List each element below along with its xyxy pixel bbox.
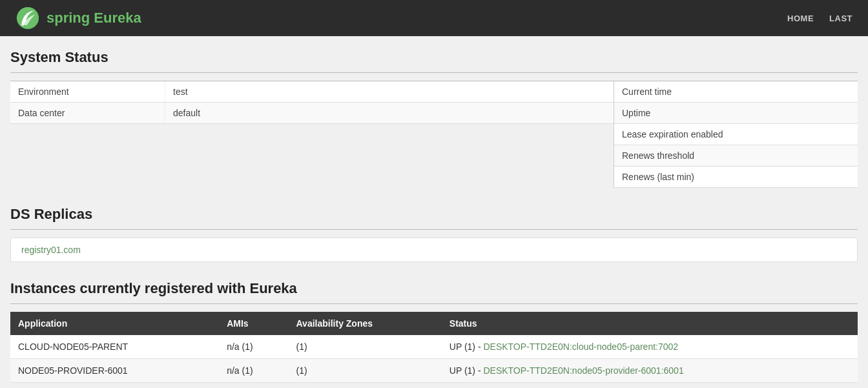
instance-status-link-1[interactable]: DESKTOP-TTD2E0N:node05-provider-6001:600…: [483, 365, 683, 376]
instance-zones-0: (1): [289, 335, 442, 359]
instance-amis-1: n/a (1): [219, 359, 288, 383]
instance-status-1: UP (1) - DESKTOP-TTD2E0N:node05-provider…: [442, 359, 858, 383]
instance-amis-0: n/a (1): [219, 335, 288, 359]
instances-thead: Application AMIs Availability Zones Stat…: [10, 312, 858, 335]
header: spring Eureka HOME LAST: [0, 0, 868, 36]
status-row-current-time: Current time: [614, 81, 858, 103]
instances-tbody: CLOUD-NODE05-PARENT n/a (1) (1) UP (1) -…: [10, 335, 858, 383]
instance-application-1: NODE05-PROVIDER-6001: [10, 359, 219, 383]
instance-status-text-0: UP (1) -: [450, 342, 484, 352]
nav-last[interactable]: LAST: [829, 14, 852, 23]
renews-threshold-label: Renews threshold: [614, 145, 858, 166]
logo: spring Eureka: [16, 6, 141, 30]
system-status-section: System Status Environment test Data cent…: [10, 49, 858, 188]
svg-point-1: [21, 23, 25, 26]
instance-status-0: UP (1) - DESKTOP-TTD2E0N:cloud-node05-pa…: [442, 335, 858, 359]
system-status-container: Environment test Data center default Cur…: [10, 81, 858, 188]
col-amis: AMIs: [219, 312, 288, 335]
ds-replicas-divider: [10, 229, 858, 230]
renews-last-min-label: Renews (last min): [614, 167, 858, 187]
instances-header-row: Application AMIs Availability Zones Stat…: [10, 312, 858, 335]
instance-status-text-1: UP (1) -: [450, 365, 484, 376]
ds-replicas-title: DS Replicas: [10, 206, 858, 223]
uptime-label: Uptime: [614, 103, 858, 123]
spring-text: spring Eureka: [46, 10, 141, 26]
system-status-title: System Status: [10, 49, 858, 66]
nav-home[interactable]: HOME: [787, 14, 814, 23]
status-row-lease-expiration: Lease expiration enabled: [614, 124, 858, 145]
instance-zones-1: (1): [289, 359, 442, 383]
status-row-renews-threshold: Renews threshold: [614, 145, 858, 167]
instances-section: Instances currently registered with Eure…: [10, 280, 858, 383]
dc-value: default: [165, 103, 208, 123]
replica-link[interactable]: registry01.com: [21, 245, 81, 255]
env-label: Environment: [10, 81, 165, 102]
instance-application-0: CLOUD-NODE05-PARENT: [10, 335, 219, 359]
instances-divider: [10, 303, 858, 304]
instance-row-1: NODE05-PROVIDER-6001 n/a (1) (1) UP (1) …: [10, 359, 858, 383]
col-availability-zones: Availability Zones: [289, 312, 442, 335]
status-row-environment: Environment test: [10, 81, 614, 103]
status-left-panel: Environment test Data center default: [10, 81, 614, 188]
col-application: Application: [10, 312, 219, 335]
instance-status-link-0[interactable]: DESKTOP-TTD2E0N:cloud-node05-parent:7002: [483, 342, 678, 352]
status-right-panel: Current time Uptime Lease expiration ena…: [614, 81, 858, 188]
logo-text: spring Eureka: [46, 10, 141, 26]
instance-row-0: CLOUD-NODE05-PARENT n/a (1) (1) UP (1) -…: [10, 335, 858, 359]
ds-replicas-box: registry01.com: [10, 238, 858, 262]
ds-replicas-section: DS Replicas registry01.com: [10, 206, 858, 262]
instances-table: Application AMIs Availability Zones Stat…: [10, 312, 858, 383]
spring-logo-icon: [16, 6, 40, 30]
env-value: test: [165, 81, 196, 102]
main-nav: HOME LAST: [787, 14, 852, 23]
system-status-divider: [10, 72, 858, 73]
lease-expiration-label: Lease expiration enabled: [614, 124, 858, 145]
col-status: Status: [442, 312, 858, 335]
instances-title: Instances currently registered with Eure…: [10, 280, 858, 297]
current-time-label: Current time: [614, 81, 858, 102]
svg-point-0: [17, 7, 39, 29]
status-row-datacenter: Data center default: [10, 103, 614, 124]
main-content: System Status Environment test Data cent…: [0, 36, 868, 388]
status-row-uptime: Uptime: [614, 103, 858, 124]
dc-label: Data center: [10, 103, 165, 123]
status-row-renews-last-min: Renews (last min): [614, 167, 858, 188]
